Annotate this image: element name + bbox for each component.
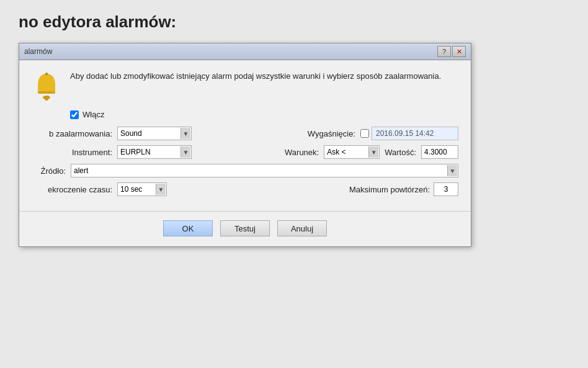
enable-label: Włącz [82, 110, 104, 119]
max-input[interactable] [434, 182, 458, 196]
instrument-label: Instrument: [32, 148, 112, 157]
max-label: Maksimum powtórzeń: [349, 185, 430, 194]
row-przekroczenie-max: ekroczenie czasu: 10 sec 30 sec 1 min ▼ … [32, 182, 458, 196]
svg-rect-1 [38, 91, 55, 94]
cancel-button[interactable]: Anuluj [277, 220, 327, 236]
date-input-wrapper [360, 127, 458, 140]
max-group: Maksimum powtórzeń: [349, 182, 458, 196]
page-background: no edytora alarmów: alarmów ? ✕ [0, 0, 588, 368]
dialog-body: Aby dodać lub zmodyfikować istniejący al… [19, 60, 471, 211]
dialog-description: Aby dodać lub zmodyfikować istniejący al… [70, 70, 441, 83]
top-row: Aby dodać lub zmodyfikować istniejący al… [32, 70, 458, 101]
enable-checkbox[interactable] [70, 110, 79, 119]
enable-row: Włącz [70, 110, 458, 119]
sposoob-select[interactable]: Sound Email Popup [117, 127, 192, 140]
test-button[interactable]: Testuj [220, 220, 270, 236]
instrument-group: Instrument: EURPLN EURUSD GBPUSD ▼ [32, 145, 192, 159]
form-section: b zaalarmowania: Sound Email Popup ▼ Wyg… [32, 127, 458, 196]
warunek-label: Warunek: [285, 148, 319, 157]
instrument-select-wrapper: EURPLN EURUSD GBPUSD ▼ [117, 145, 192, 159]
sposoob-label: b zaalarmowania: [32, 129, 112, 138]
przekroczenie-label: ekroczenie czasu: [32, 185, 112, 194]
przekroczenie-select[interactable]: 10 sec 30 sec 1 min [117, 182, 167, 196]
dialog-footer: OK Testuj Anuluj [19, 211, 471, 246]
warunek-select-wrapper: Ask < Ask > Bid < Bid > ▼ [324, 145, 380, 159]
zrodlo-select-wrapper: alert info warning ▼ [71, 164, 458, 177]
svg-rect-3 [45, 73, 48, 75]
zrodlo-select[interactable]: alert info warning [71, 164, 458, 177]
wygasniecie-group: Wygaśnięcie: [308, 127, 458, 140]
warunek-group: Warunek: Ask < Ask > Bid < Bid > ▼ Warto… [285, 145, 458, 159]
row-sposoob-wygasniecie: b zaalarmowania: Sound Email Popup ▼ Wyg… [32, 127, 458, 140]
dialog-title-text: alarmów [24, 47, 52, 56]
dialog-titlebar: alarmów ? ✕ [19, 43, 471, 60]
page-title: no edytora alarmów: [19, 12, 569, 32]
sposoob-group: b zaalarmowania: Sound Email Popup ▼ [32, 127, 192, 140]
svg-point-2 [45, 97, 48, 101]
wygasniecie-label: Wygaśnięcie: [308, 129, 355, 138]
wygasniecie-checkbox[interactable] [360, 129, 369, 138]
instrument-select[interactable]: EURPLN EURUSD GBPUSD [117, 145, 192, 159]
sposoob-select-wrapper: Sound Email Popup ▼ [117, 127, 192, 140]
close-button[interactable]: ✕ [452, 46, 466, 57]
ok-button[interactable]: OK [163, 220, 213, 236]
wygasniecie-input[interactable] [372, 127, 458, 140]
wartosc-input[interactable] [421, 145, 458, 159]
help-button[interactable]: ? [437, 46, 451, 57]
titlebar-buttons: ? ✕ [437, 46, 466, 57]
przekroczenie-select-wrapper: 10 sec 30 sec 1 min ▼ [117, 182, 167, 196]
bell-icon [32, 71, 61, 101]
wartosc-label: Wartość: [385, 148, 416, 157]
row-zrodlo: Źródło: alert info warning ▼ [32, 164, 458, 177]
zrodlo-label: Źródło: [32, 166, 66, 176]
warunek-select[interactable]: Ask < Ask > Bid < Bid > [324, 145, 380, 159]
alarm-dialog: alarmów ? ✕ Aby dodać lub [19, 43, 471, 247]
row-instrument-warunek: Instrument: EURPLN EURUSD GBPUSD ▼ Warun… [32, 145, 458, 159]
